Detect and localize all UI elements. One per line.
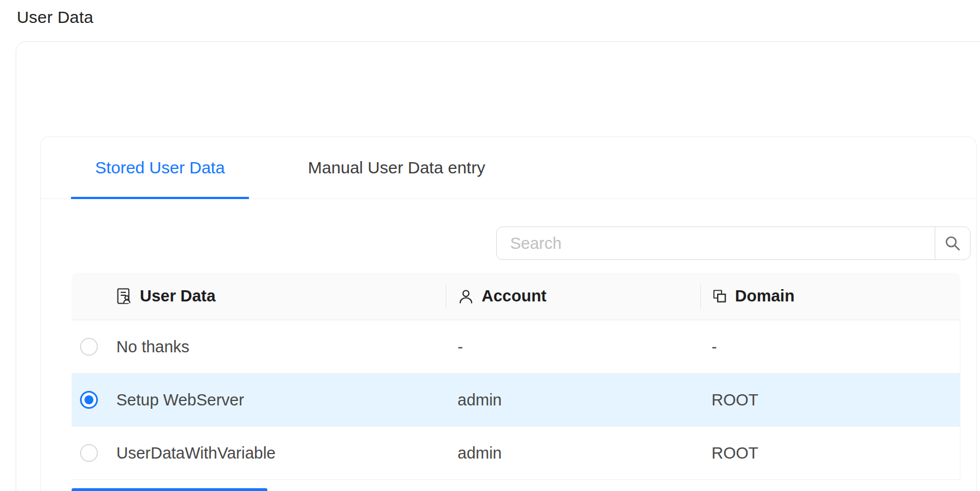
domain-cell: ROOT — [700, 391, 960, 409]
column-label: Domain — [735, 287, 794, 305]
domain-cell: ROOT — [700, 444, 960, 462]
column-header-user-data: User Data — [72, 273, 446, 319]
table-row-no-thanks[interactable]: No thanks - - — [72, 320, 960, 374]
tab-stored-user-data[interactable]: Stored User Data — [71, 137, 249, 199]
block-icon — [712, 288, 728, 304]
user-data-cell: UserDataWithVariable — [116, 444, 276, 462]
user-icon — [458, 288, 474, 305]
column-label: User Data — [140, 287, 215, 305]
search-button[interactable] — [935, 226, 970, 260]
radio-button[interactable] — [80, 338, 98, 356]
search-input[interactable] — [496, 226, 935, 260]
column-header-account: Account — [446, 273, 700, 319]
table-header-row: User Data Account Domain — [72, 273, 960, 320]
account-cell: admin — [446, 444, 700, 462]
user-data-cell: No thanks — [116, 338, 190, 356]
search-icon — [944, 234, 962, 252]
page-title: User Data — [17, 8, 93, 27]
column-label: Account — [482, 287, 546, 305]
domain-cell: - — [700, 338, 960, 356]
bottom-accent-bar — [72, 488, 267, 491]
column-header-domain: Domain — [700, 273, 960, 319]
radio-button[interactable] — [80, 444, 98, 462]
table-body: No thanks - - Setup WebServer admin ROOT… — [72, 320, 960, 480]
search-control — [496, 226, 970, 260]
account-cell: - — [446, 338, 700, 356]
table-row-setup-webserver[interactable]: Setup WebServer admin ROOT — [72, 374, 960, 427]
tab-manual-user-data-entry[interactable]: Manual User Data entry — [301, 137, 492, 199]
account-cell: admin — [446, 391, 700, 409]
user-data-table: User Data Account Domain — [72, 273, 960, 480]
user-data-cell: Setup WebServer — [116, 391, 244, 409]
table-row-userdatawithvariable[interactable]: UserDataWithVariable admin ROOT — [72, 427, 960, 480]
solution-icon — [115, 287, 133, 305]
tab-bar: Stored User Data Manual User Data entry — [41, 137, 976, 199]
radio-button[interactable] — [80, 391, 98, 409]
active-tab-indicator — [71, 197, 249, 199]
